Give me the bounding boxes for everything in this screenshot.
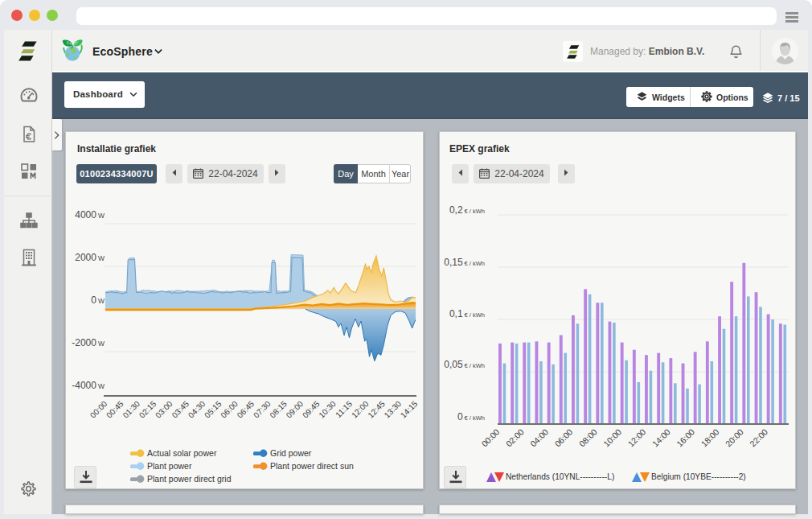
svg-text:08:15: 08:15 — [268, 399, 289, 420]
svg-text:06:00: 06:00 — [219, 399, 240, 420]
svg-text:08:00: 08:00 — [577, 426, 599, 448]
svg-text:0,15€ / kWh: 0,15€ / kWh — [444, 257, 485, 268]
svg-text:02:00: 02:00 — [504, 426, 526, 448]
svg-text:14:15: 14:15 — [399, 399, 420, 420]
svg-text:00:00: 00:00 — [479, 426, 501, 448]
svg-text:00:00: 00:00 — [88, 399, 109, 420]
svg-text:22:00: 22:00 — [748, 426, 769, 448]
svg-text:06:00: 06:00 — [552, 426, 574, 448]
svg-text:09:45: 09:45 — [301, 399, 322, 420]
svg-text:03:00: 03:00 — [154, 399, 174, 420]
svg-text:-2000W: -2000W — [72, 337, 105, 348]
svg-text:0W: 0W — [91, 295, 105, 306]
svg-text:0,1€ / kWh: 0,1€ / kWh — [449, 308, 485, 319]
svg-text:03:45: 03:45 — [170, 399, 191, 420]
svg-text:06:45: 06:45 — [236, 399, 256, 420]
svg-text:04:00: 04:00 — [528, 426, 550, 448]
svg-text:01:30: 01:30 — [121, 399, 142, 420]
svg-text:18:00: 18:00 — [699, 426, 720, 448]
svg-text:10:00: 10:00 — [601, 426, 623, 448]
svg-text:00:45: 00:45 — [105, 399, 125, 420]
svg-text:11:15: 11:15 — [334, 399, 354, 419]
svg-text:14:00: 14:00 — [650, 426, 672, 448]
svg-text:12:45: 12:45 — [366, 399, 387, 420]
svg-text:0,2€ / kWh: 0,2€ / kWh — [449, 204, 485, 216]
svg-text:20:00: 20:00 — [724, 426, 745, 448]
svg-text:05:15: 05:15 — [203, 399, 224, 420]
svg-text:0,05€ / kWh: 0,05€ / kWh — [444, 359, 485, 370]
svg-text:0€ / kWh: 0€ / kWh — [457, 411, 485, 422]
svg-text:12:00: 12:00 — [625, 426, 647, 448]
svg-text:2000W: 2000W — [75, 252, 105, 263]
svg-text:16:00: 16:00 — [675, 426, 696, 448]
svg-text:10:30: 10:30 — [317, 399, 338, 420]
svg-text:07:30: 07:30 — [252, 399, 273, 420]
svg-text:09:00: 09:00 — [285, 399, 306, 420]
svg-text:02:15: 02:15 — [137, 399, 158, 420]
svg-text:13:30: 13:30 — [383, 399, 404, 420]
svg-text:4000W: 4000W — [75, 209, 105, 220]
svg-text:12:00: 12:00 — [350, 399, 371, 420]
svg-text:-4000W: -4000W — [72, 380, 105, 391]
svg-text:04:30: 04:30 — [187, 399, 207, 420]
